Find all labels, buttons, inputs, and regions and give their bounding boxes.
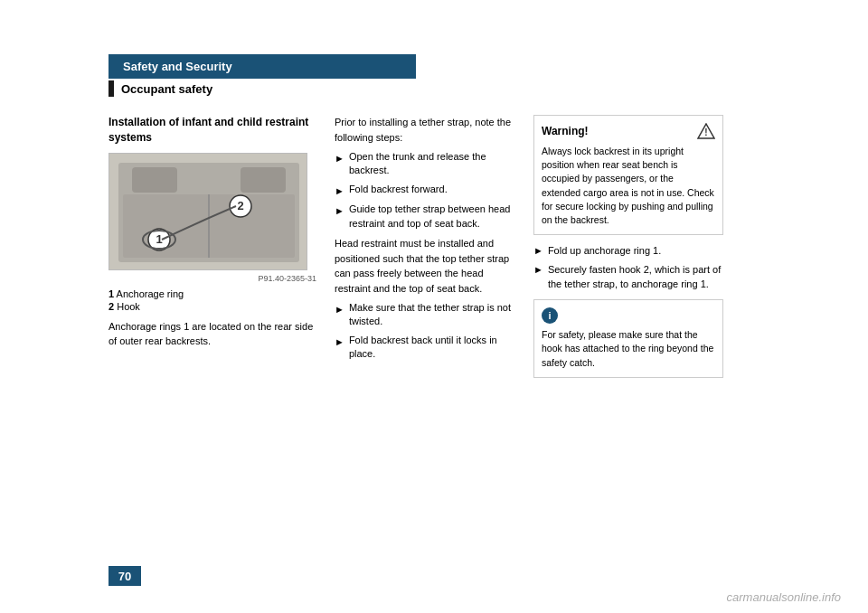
warning-box: Warning! ! Always lock backrest in its u…: [533, 115, 723, 235]
subheader-accent: [108, 80, 114, 97]
header-title: Safety and Security: [123, 60, 232, 73]
mid-final-step-1: ► Make sure that the tether strap is not…: [335, 301, 515, 329]
warning-triangle-icon: !: [697, 123, 715, 139]
section-title: Installation of infant and child restrai…: [108, 115, 316, 146]
action-arrow-icon-1: ►: [533, 245, 543, 256]
subheader: Occupant safety: [108, 80, 416, 97]
info-text: For safety, please make sure that the ho…: [542, 328, 715, 370]
mid-intro: Prior to installing a tether strap, note…: [335, 115, 515, 145]
arrow-icon-1: ►: [335, 151, 344, 166]
svg-rect-2: [132, 167, 177, 193]
action-arrow-icon-2: ►: [533, 264, 543, 275]
header-bar: Safety and Security: [108, 54, 416, 79]
mid-final-step-2: ► Fold backrest back until it locks in p…: [335, 334, 515, 362]
svg-rect-3: [241, 167, 286, 193]
image-code: P91.40-2365-31: [108, 274, 316, 283]
info-header: i: [542, 307, 715, 324]
warning-text: Always lock backrest in its upright posi…: [542, 145, 715, 227]
action-step-2: ► Securely fasten hook 2, which is part …: [533, 263, 723, 292]
left-description: Anchorage rings 1 are located on the rea…: [108, 319, 316, 349]
middle-column: Prior to installing a tether strap, note…: [335, 115, 515, 378]
svg-text:!: !: [704, 127, 707, 137]
right-column: Warning! ! Always lock backrest in its u…: [533, 115, 723, 378]
mid-step-2: ► Fold backrest forward.: [335, 183, 515, 199]
action-step-1: ► Fold up anchorage ring 1.: [533, 244, 723, 259]
mid-step-1: ► Open the trunk and release the backres…: [335, 150, 515, 178]
arrow-icon-3: ►: [335, 203, 344, 219]
legend-item-1: 1 Anchorage ring: [108, 288, 316, 299]
mid-step-3: ► Guide top tether strap between head re…: [335, 203, 515, 231]
info-icon: i: [542, 307, 558, 324]
subheader-text: Occupant safety: [121, 82, 212, 96]
warning-title: Warning!: [542, 125, 589, 137]
svg-text:2: 2: [237, 199, 243, 212]
car-image: 1 2: [108, 153, 307, 270]
arrow-icon-2: ►: [335, 184, 344, 199]
legend-item-2: 2 Hook: [108, 301, 316, 312]
info-box: i For safety, please make sure that the …: [533, 299, 723, 378]
arrow-icon-5: ►: [335, 335, 344, 350]
warning-header: Warning! !: [542, 123, 715, 139]
svg-text:1: 1: [156, 232, 162, 246]
watermark: carmanualsonline.info: [727, 590, 841, 604]
page-number: 70: [108, 566, 141, 586]
mid-note: Head restraint must be installed and pos…: [335, 236, 515, 296]
main-content: Installation of infant and child restrai…: [108, 115, 760, 378]
left-column: Installation of infant and child restrai…: [108, 115, 316, 378]
arrow-icon-4: ►: [335, 302, 344, 317]
